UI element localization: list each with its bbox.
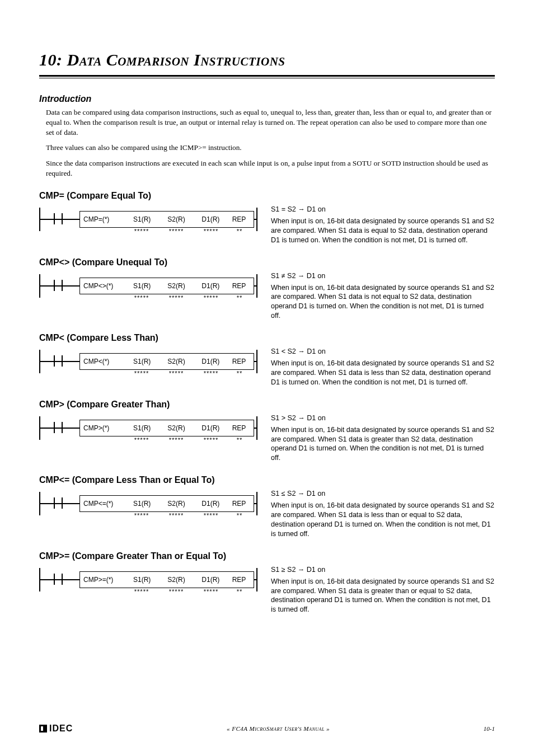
ladder-diagram: CMP>(*) S1(R) S2(R) D1(R) REP ***** ****… — [39, 414, 263, 442]
description-text: When input is on, 16-bit data designated… — [271, 283, 495, 321]
placeholder-s1: ***** — [124, 588, 159, 595]
placeholder-s2: ***** — [159, 370, 194, 377]
section-heading: CMP<> (Compare Unequal To) — [39, 257, 495, 267]
placeholder-rep: ** — [228, 588, 251, 595]
footer-manual-title: « FC4A MicroSmart User's Manual » — [227, 725, 330, 732]
instruction-text: S1 < S2 → D1 onWhen input is on, 16-bit … — [263, 348, 495, 387]
instruction-text: S1 ≠ S2 → D1 onWhen input is on, 16-bit … — [263, 272, 495, 321]
placeholder-s1: ***** — [124, 228, 159, 234]
col-s2: S2(R) — [159, 358, 193, 365]
placeholder-s2: ***** — [159, 436, 194, 443]
col-s2: S2(R) — [159, 215, 193, 223]
instruction-row: CMP<(*) S1(R) S2(R) D1(R) REP ***** ****… — [39, 348, 495, 387]
col-s2: S2(R) — [159, 424, 193, 432]
instruction-text: S1 > S2 → D1 onWhen input is on, 16-bit … — [263, 414, 495, 463]
instruction-row: CMP>=(*) S1(R) S2(R) D1(R) REP ***** ***… — [39, 566, 495, 615]
ladder-diagram: CMP>=(*) S1(R) S2(R) D1(R) REP ***** ***… — [39, 566, 263, 594]
chapter-title: 10: Data Comparison Instructions — [39, 50, 495, 69]
instruction-row: CMP<=(*) S1(R) S2(R) D1(R) REP ***** ***… — [39, 490, 495, 539]
placeholder-s2: ***** — [159, 512, 194, 519]
col-rep: REP — [228, 576, 250, 584]
ladder-diagram: CMP<>(*) S1(R) S2(R) D1(R) REP ***** ***… — [39, 272, 263, 300]
instruction-text: S1 = S2 → D1 onWhen input is on, 16-bit … — [263, 205, 495, 245]
col-s1: S1(R) — [125, 500, 159, 508]
col-rep: REP — [228, 358, 250, 365]
col-s1: S1(R) — [125, 282, 159, 290]
placeholder-s1: ***** — [124, 512, 159, 519]
col-d1: D1(R) — [194, 215, 228, 223]
description-text: When input is on, 16-bit data designated… — [271, 501, 495, 539]
placeholder-s1: ***** — [124, 294, 159, 301]
col-s2: S2(R) — [159, 576, 193, 584]
placeholder-rep: ** — [228, 294, 251, 301]
col-rep: REP — [228, 215, 250, 223]
section-heading: CMP= (Compare Equal To) — [39, 191, 495, 201]
placeholder-d1: ***** — [194, 436, 228, 443]
col-d1: D1(R) — [194, 424, 228, 432]
placeholder-s2: ***** — [159, 588, 194, 595]
section-heading: CMP>= (Compare Greater Than or Equal To) — [39, 551, 495, 561]
idec-logo-text: IDEC — [49, 724, 73, 734]
condition-line: S1 > S2 → D1 on — [271, 414, 495, 422]
instruction-row: CMP=(*) S1(R) S2(R) D1(R) REP ***** ****… — [39, 205, 495, 245]
idec-logo: IDEC — [39, 724, 73, 734]
ladder-diagram: CMP=(*) S1(R) S2(R) D1(R) REP ***** ****… — [39, 205, 263, 233]
instruction-box: CMP<(*) S1(R) S2(R) D1(R) REP — [79, 353, 254, 370]
placeholder-s2: ***** — [159, 294, 194, 301]
description-text: When input is on, 16-bit data designated… — [271, 577, 495, 615]
section-heading: CMP<= (Compare Less Than or Equal To) — [39, 475, 495, 485]
col-s1: S1(R) — [125, 358, 159, 365]
placeholder-rep: ** — [228, 512, 251, 519]
placeholder-s2: ***** — [159, 228, 194, 234]
col-d1: D1(R) — [194, 500, 228, 508]
intro-para-1: Data can be compared using data comparis… — [46, 107, 495, 137]
footer-page-number: 10-1 — [484, 725, 495, 732]
condition-line: S1 ≥ S2 → D1 on — [271, 566, 495, 574]
intro-para-2: Three values can also be compared using … — [46, 143, 495, 153]
col-s2: S2(R) — [159, 500, 193, 508]
placeholder-s1: ***** — [124, 436, 159, 443]
instruction-box: CMP<=(*) S1(R) S2(R) D1(R) REP — [79, 495, 254, 512]
intro-heading: Introduction — [39, 94, 495, 104]
col-s1: S1(R) — [125, 215, 159, 223]
op-label: CMP<=(*) — [83, 500, 125, 508]
col-d1: D1(R) — [194, 282, 228, 290]
placeholder-rep: ** — [228, 436, 251, 443]
ladder-diagram: CMP<(*) S1(R) S2(R) D1(R) REP ***** ****… — [39, 348, 263, 375]
description-text: When input is on, 16-bit data designated… — [271, 217, 495, 245]
condition-line: S1 ≠ S2 → D1 on — [271, 272, 495, 280]
col-s2: S2(R) — [159, 282, 193, 290]
placeholder-d1: ***** — [194, 228, 228, 234]
op-label: CMP<>(*) — [83, 282, 125, 290]
col-rep: REP — [228, 500, 250, 508]
instruction-box: CMP>(*) S1(R) S2(R) D1(R) REP — [79, 420, 254, 436]
rule-thin — [39, 78, 495, 78]
instruction-row: CMP<>(*) S1(R) S2(R) D1(R) REP ***** ***… — [39, 272, 495, 321]
condition-line: S1 ≤ S2 → D1 on — [271, 490, 495, 497]
op-label: CMP>=(*) — [83, 576, 125, 584]
placeholder-d1: ***** — [194, 294, 228, 301]
rule-thick — [39, 75, 495, 77]
description-text: When input is on, 16-bit data designated… — [271, 359, 495, 387]
col-s1: S1(R) — [125, 424, 159, 432]
placeholder-rep: ** — [228, 370, 251, 377]
op-label: CMP<(*) — [83, 358, 125, 365]
col-d1: D1(R) — [194, 576, 228, 584]
col-rep: REP — [228, 424, 250, 432]
page-footer: IDEC « FC4A MicroSmart User's Manual » 1… — [39, 724, 495, 734]
col-d1: D1(R) — [194, 358, 228, 365]
instruction-box: CMP<>(*) S1(R) S2(R) D1(R) REP — [79, 278, 254, 294]
col-rep: REP — [228, 282, 250, 290]
instruction-box: CMP>=(*) S1(R) S2(R) D1(R) REP — [79, 571, 254, 588]
instruction-box: CMP=(*) S1(R) S2(R) D1(R) REP — [79, 211, 254, 228]
placeholder-d1: ***** — [194, 512, 228, 519]
placeholder-d1: ***** — [194, 588, 228, 595]
instruction-text: S1 ≤ S2 → D1 onWhen input is on, 16-bit … — [263, 490, 495, 539]
col-s1: S1(R) — [125, 576, 159, 584]
instruction-text: S1 ≥ S2 → D1 onWhen input is on, 16-bit … — [263, 566, 495, 615]
placeholder-rep: ** — [228, 228, 251, 234]
op-label: CMP>(*) — [83, 424, 125, 432]
placeholder-s1: ***** — [124, 370, 159, 377]
idec-logo-icon — [39, 725, 47, 732]
intro-para-3: Since the data comparison instructions a… — [46, 158, 495, 179]
